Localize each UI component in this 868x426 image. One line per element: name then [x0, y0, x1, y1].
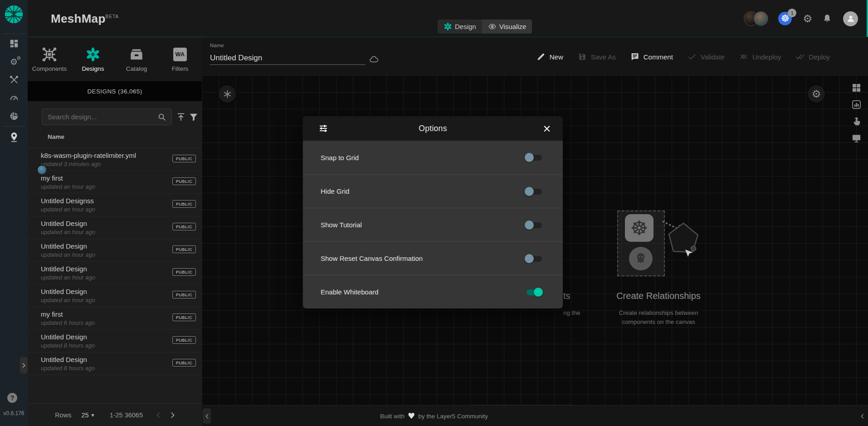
kubernetes-context-button[interactable]: ☸ 1 — [778, 12, 792, 25]
toggle-knob — [525, 153, 534, 162]
toggle-show-reset-canvas-confirmation[interactable] — [525, 254, 543, 264]
sidebar-item-extensions[interactable] — [7, 111, 21, 122]
collapse-left-panel-button[interactable] — [203, 408, 211, 424]
design-updated: updated an hour ago — [41, 251, 95, 258]
search-icon[interactable] — [157, 112, 167, 122]
toggle-show-tutorial[interactable] — [525, 220, 543, 230]
toolbar-button-label: Comment — [644, 53, 673, 61]
design-row[interactable]: Untitled Designupdated an hour agoPUBLIC — [28, 216, 202, 239]
tab-filters[interactable]: WAFilters — [158, 37, 202, 81]
analytics-icon — [851, 99, 862, 110]
mode-visualize[interactable]: Visualize — [482, 20, 532, 34]
design-updated: updated 8 hours ago — [41, 365, 95, 372]
arrange-layout-button[interactable] — [219, 85, 236, 103]
option-row-hide-grid: Hide Grid — [303, 174, 563, 208]
new-button[interactable]: New — [536, 52, 563, 61]
canvas-settings-button[interactable]: ⚙ — [808, 85, 825, 103]
designs-pinwheel-icon — [444, 22, 452, 31]
visibility-badge: PUBLIC — [172, 291, 196, 299]
comment-button[interactable]: Comment — [630, 52, 673, 61]
tab-components[interactable]: Components — [28, 37, 71, 81]
top-header: MeshMapBETA DesignVisualize ☸ 1 ⚙ — [28, 0, 868, 37]
settings-gear-icon[interactable]: ⚙ — [803, 14, 812, 24]
previous-page-button[interactable] — [155, 411, 162, 419]
toggle-enable-whiteboard[interactable] — [525, 287, 543, 297]
tab-catalog[interactable]: Catalog — [115, 37, 158, 81]
collapse-right-panel-button[interactable] — [858, 408, 866, 424]
cloud-save-icon — [368, 54, 380, 64]
design-row[interactable]: Untitled Designupdated an hour agoPUBLIC — [28, 284, 202, 307]
meshmap-app: ⚙⚙ ? v0.6.176 MeshMapBETA DesignVisualiz… — [0, 0, 868, 426]
panels-grid-dock-button[interactable] — [850, 81, 863, 94]
next-page-button[interactable] — [169, 411, 176, 419]
app-footer: Built with ♥ by the Layer5 Community — [202, 405, 868, 426]
tab-label: Designs — [82, 65, 104, 72]
rows-per-page-select[interactable]: 25 — [81, 411, 88, 419]
option-row-snap-to-grid: Snap to Grid — [303, 141, 563, 174]
design-row[interactable]: Untitled Designupdated 8 hours agoPUBLIC — [28, 330, 202, 353]
toggle-snap-to-grid[interactable] — [525, 152, 543, 162]
sidebar-item-meshmap[interactable] — [0, 131, 28, 143]
filter-button[interactable] — [189, 112, 199, 124]
save-icon — [578, 52, 587, 61]
design-name: Untitled Design — [41, 288, 87, 295]
design-name: my first — [41, 174, 63, 182]
sidebar-item-configuration-tools[interactable] — [7, 74, 21, 85]
option-row-show-tutorial: Show Tutorial — [303, 208, 563, 241]
design-row[interactable]: my firstupdated 6 hours agoPUBLIC — [28, 307, 202, 330]
option-label: Hide Grid — [321, 187, 525, 195]
interact-touch-dock-button[interactable] — [850, 115, 863, 127]
deploy-button[interactable]: Deploy — [795, 52, 830, 61]
double-cross-icon — [739, 52, 748, 61]
mode-design[interactable]: Design — [438, 20, 482, 34]
sidebar-item-lifecycle-gears[interactable]: ⚙⚙ — [7, 56, 21, 67]
tab-designs[interactable]: Designs — [71, 37, 115, 81]
app-title: MeshMapBETA — [51, 12, 119, 26]
sidebar-item-performance-gauge[interactable] — [7, 93, 21, 103]
rows-label: Rows — [55, 411, 71, 419]
sidebar-item-dashboard[interactable] — [7, 38, 21, 49]
design-row[interactable]: Untitled Designupdated 8 hours agoPUBLIC — [28, 353, 202, 375]
close-icon[interactable]: × — [541, 122, 553, 134]
designs-count-header: DESIGNS (36,065) — [28, 81, 202, 101]
notifications-bell-icon[interactable] — [822, 14, 832, 24]
right-dock — [850, 81, 863, 144]
search-box — [42, 108, 172, 125]
visibility-badge: PUBLIC — [172, 200, 196, 208]
eye-icon — [488, 22, 497, 31]
display-dock-button[interactable] — [850, 132, 863, 144]
design-name-input[interactable] — [210, 52, 366, 65]
design-row[interactable]: my firstupdated an hour agoPUBLIC — [28, 171, 202, 194]
footer-credit: Built with ♥ by the Layer5 Community — [380, 406, 488, 426]
components-chip-icon — [42, 47, 57, 62]
design-row[interactable]: Untitled Designupdated an hour agoPUBLIC — [28, 239, 202, 262]
help-button[interactable]: ? — [7, 393, 17, 403]
double-check-icon — [795, 52, 805, 61]
analytics-dock-button[interactable] — [850, 98, 863, 111]
toggle-hide-grid[interactable] — [525, 186, 543, 196]
option-label: Show Reset Canvas Confirmation — [321, 255, 525, 262]
layer5-logo-icon[interactable] — [4, 5, 24, 24]
sidebar-expand-button[interactable] — [20, 357, 28, 373]
user-avatar[interactable] — [843, 11, 858, 26]
context-count-badge: 1 — [788, 9, 796, 17]
design-search-input[interactable] — [42, 113, 157, 121]
upload-design-button[interactable] — [176, 112, 186, 124]
pencil-icon — [536, 52, 546, 61]
save-as-button[interactable]: Save As — [578, 52, 616, 61]
collaborator-avatar[interactable] — [754, 11, 768, 26]
snowflake-icon — [223, 89, 232, 99]
person-icon — [846, 14, 856, 24]
design-updated: updated an hour ago — [41, 297, 95, 304]
design-row[interactable]: Untitled Designupdated an hour agoPUBLIC — [28, 262, 202, 284]
design-row[interactable]: Untitled Designssupdated an hour agoPUBL… — [28, 194, 202, 216]
undeploy-button[interactable]: Undeploy — [739, 52, 781, 61]
panels-grid-icon — [851, 83, 862, 93]
design-updated: updated an hour ago — [41, 183, 95, 190]
design-visualize-toggle: DesignVisualize — [438, 20, 532, 34]
occluded-card-title-fragment: ts — [563, 291, 571, 301]
page-range-label: 1-25 36065 — [110, 411, 143, 419]
validate-button[interactable]: Validate — [688, 52, 725, 61]
search-row — [28, 101, 202, 134]
design-row[interactable]: k8s-wasm-plugin-ratelimiter.ymlupdated 3… — [28, 148, 202, 171]
